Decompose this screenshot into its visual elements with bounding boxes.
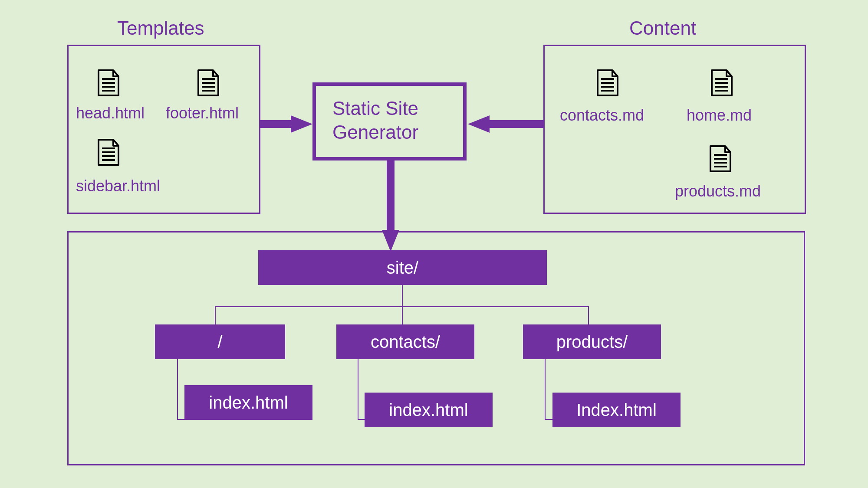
document-icon	[98, 69, 119, 96]
document-icon	[711, 69, 733, 96]
document-icon	[98, 139, 119, 166]
tree-connector	[402, 306, 403, 326]
template-file-head: head.html	[76, 104, 145, 122]
generator-box: Static Site Generator	[312, 82, 467, 160]
document-icon	[597, 69, 618, 96]
output-file-index-products: Index.html	[552, 393, 681, 427]
output-root-node: site/	[258, 250, 547, 285]
tree-connector	[588, 306, 589, 326]
document-icon	[710, 145, 731, 172]
output-file-index-root: index.html	[184, 385, 312, 420]
generator-line-2: Generator	[332, 120, 447, 144]
content-file-products: products.md	[675, 182, 761, 200]
templates-heading: Templates	[117, 17, 204, 39]
output-dir-root: /	[155, 324, 285, 359]
tree-connector	[358, 359, 358, 420]
svg-marker-5	[291, 115, 312, 133]
arrow-left-icon	[468, 115, 544, 133]
generator-line-1: Static Site	[332, 96, 447, 120]
arrow-right-icon	[260, 115, 312, 133]
svg-marker-7	[468, 115, 490, 133]
tree-connector	[177, 359, 178, 420]
output-file-index-contacts: index.html	[365, 393, 493, 427]
tree-connector	[402, 285, 403, 307]
output-dir-contacts: contacts/	[336, 324, 474, 359]
content-file-contacts: contacts.md	[560, 106, 644, 124]
template-file-sidebar: sidebar.html	[76, 177, 160, 195]
output-dir-products: products/	[523, 324, 661, 359]
content-heading: Content	[629, 17, 696, 39]
tree-connector	[545, 359, 546, 420]
content-file-home: home.md	[687, 106, 752, 124]
tree-connector	[215, 306, 216, 326]
document-icon	[197, 69, 219, 96]
template-file-footer: footer.html	[166, 104, 239, 122]
